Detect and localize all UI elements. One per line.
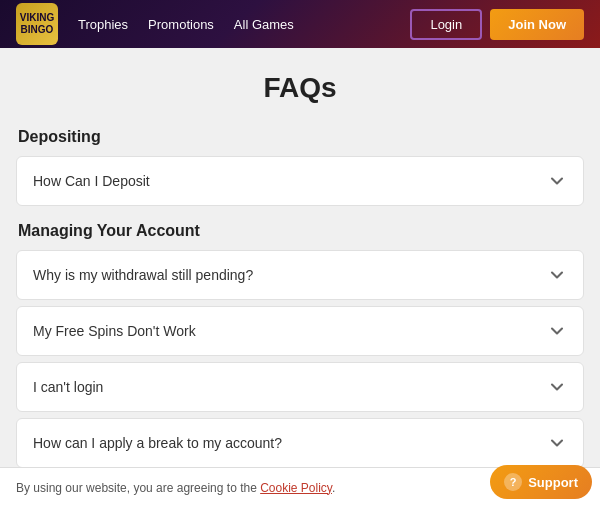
section-title-depositing: Depositing bbox=[16, 128, 584, 146]
faq-section-account: Managing Your Account Why is my withdraw… bbox=[16, 222, 584, 507]
nav-all-games[interactable]: All Games bbox=[234, 17, 294, 32]
chevron-down-icon bbox=[547, 433, 567, 453]
faq-item-cant-login[interactable]: I can't login bbox=[16, 362, 584, 412]
support-button[interactable]: ? Support bbox=[490, 465, 592, 499]
faq-question-apply-break: How can I apply a break to my account? bbox=[33, 435, 282, 451]
faq-question-deposit: How Can I Deposit bbox=[33, 173, 150, 189]
join-button[interactable]: Join Now bbox=[490, 9, 584, 40]
faq-item-withdrawal[interactable]: Why is my withdrawal still pending? bbox=[16, 250, 584, 300]
cookie-policy-link[interactable]: Cookie Policy bbox=[260, 481, 332, 495]
logo-icon: VIKINGBINGO bbox=[16, 3, 58, 45]
section-title-account: Managing Your Account bbox=[16, 222, 584, 240]
faq-question-withdrawal: Why is my withdrawal still pending? bbox=[33, 267, 253, 283]
nav-trophies[interactable]: Trophies bbox=[78, 17, 128, 32]
header: VIKINGBINGO Trophies Promotions All Game… bbox=[0, 0, 600, 48]
cookie-text: By using our website, you are agreeing t… bbox=[16, 481, 553, 495]
faq-question-cant-login: I can't login bbox=[33, 379, 103, 395]
logo[interactable]: VIKINGBINGO bbox=[16, 3, 58, 45]
chevron-down-icon bbox=[547, 321, 567, 341]
support-label: Support bbox=[528, 475, 578, 490]
faq-section-depositing: Depositing How Can I Deposit bbox=[16, 128, 584, 206]
chevron-down-icon bbox=[547, 377, 567, 397]
chevron-down-icon bbox=[547, 171, 567, 191]
nav-promotions[interactable]: Promotions bbox=[148, 17, 214, 32]
login-button[interactable]: Login bbox=[410, 9, 482, 40]
header-actions: Login Join Now bbox=[410, 9, 584, 40]
faq-item-deposit[interactable]: How Can I Deposit bbox=[16, 156, 584, 206]
support-icon: ? bbox=[504, 473, 522, 491]
main-content: FAQs Depositing How Can I Deposit Managi… bbox=[0, 48, 600, 507]
page-title: FAQs bbox=[16, 72, 584, 104]
nav: Trophies Promotions All Games bbox=[78, 17, 294, 32]
faq-item-free-spins[interactable]: My Free Spins Don't Work bbox=[16, 306, 584, 356]
chevron-down-icon bbox=[547, 265, 567, 285]
faq-item-apply-break[interactable]: How can I apply a break to my account? bbox=[16, 418, 584, 468]
faq-question-free-spins: My Free Spins Don't Work bbox=[33, 323, 196, 339]
